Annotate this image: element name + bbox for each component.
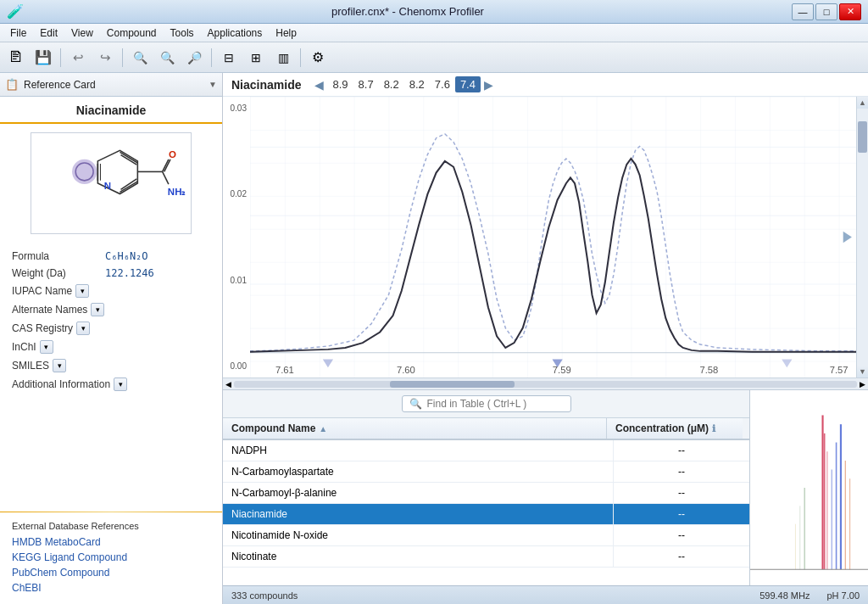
formula-row: Formula C₆H₆N₂O [12, 248, 210, 265]
menu-edit[interactable]: Edit [33, 25, 64, 41]
chart-container: 0.03 0.02 0.01 0.00 [223, 97, 868, 378]
cas-row[interactable]: CAS Registry ▾ [12, 319, 210, 338]
menu-tools[interactable]: Tools [164, 25, 201, 41]
nav-left-icon[interactable]: ◀ [311, 78, 327, 92]
minimize-button[interactable]: — [792, 3, 814, 20]
ppm-7-4[interactable]: 7.4 [455, 76, 481, 92]
find-button-2[interactable]: 🔍 [154, 46, 180, 70]
toolbar-separator-1 [60, 48, 61, 67]
spectrum-right-scrollbar: ▲ ▼ [856, 97, 868, 378]
spectrum-header: Niacinamide ◀ 8.9 8.7 8.2 8.2 7.6 7.4 ▶ [223, 73, 868, 97]
search-input[interactable] [427, 398, 564, 410]
window-title: profiler.cnx* - Chenomx Profiler [24, 5, 792, 18]
ppm-8-2-2[interactable]: 8.2 [404, 76, 430, 92]
scroll-up-arrow[interactable]: ▲ [857, 97, 868, 109]
table-row-nicotinate[interactable]: Nicotinate -- [223, 546, 749, 568]
compound-name: Niacinamide [0, 97, 222, 124]
find-button-1[interactable]: 🔍 [127, 46, 153, 70]
table-row-nicotinamide-n-oxide[interactable]: Nicotinamide N-oxide -- [223, 525, 749, 546]
panel-button-2[interactable]: ⊞ [243, 46, 269, 70]
scroll-thumb[interactable] [858, 121, 867, 152]
table-section: 🔍 Compound Name ▲ Concentration (μM) ℹ [223, 390, 749, 585]
td-name-carbamoylaspartate: N-Carbamoylaspartate [223, 461, 614, 482]
hmdb-link[interactable]: HMDB MetaboCard [12, 534, 210, 550]
svg-text:7.57: 7.57 [830, 365, 849, 375]
statusbar: 333 compounds 599.48 MHz pH 7.00 [223, 585, 868, 604]
menu-view[interactable]: View [64, 25, 100, 41]
spectrum-area: Niacinamide ◀ 8.9 8.7 8.2 8.2 7.6 7.4 ▶ … [223, 73, 868, 390]
th-compound-name[interactable]: Compound Name ▲ [223, 418, 607, 439]
table-row-carbamoyl-beta-alanine[interactable]: N-Carbamoyl-β-alanine -- [223, 483, 749, 504]
formula-label: Formula [12, 250, 105, 262]
info-icon[interactable]: ℹ [712, 423, 715, 434]
reference-card-header[interactable]: 📋 Reference Card ▼ [0, 73, 222, 97]
alt-names-label: Alternate Names [12, 304, 87, 316]
inchi-row[interactable]: InChI ▾ [12, 338, 210, 356]
pubchem-link[interactable]: PubChem Compound [12, 565, 210, 580]
kegg-link[interactable]: KEGG Ligand Compound [12, 550, 210, 565]
smiles-row[interactable]: SMILES ▾ [12, 356, 210, 375]
chebi-link[interactable]: ChEBI [12, 580, 210, 596]
table-row-carbamoylaspartate[interactable]: N-Carbamoylaspartate -- [223, 461, 749, 483]
molecule-svg: N O NH₂ [31, 133, 191, 233]
search-bar: 🔍 [223, 390, 749, 418]
hscroll-right-arrow[interactable]: ▶ [857, 380, 868, 389]
menu-file[interactable]: File [3, 25, 33, 41]
toolbar-separator-2 [122, 48, 123, 67]
add-info-expand-icon[interactable]: ▾ [114, 378, 127, 391]
ppm-8-7[interactable]: 8.7 [353, 76, 379, 92]
toolbar-separator-3 [211, 48, 212, 67]
cas-label: CAS Registry [12, 322, 73, 334]
y-label-top: 0.03 [226, 103, 247, 113]
hscroll-left-arrow[interactable]: ◀ [223, 380, 234, 389]
td-name-nicotinate: Nicotinate [223, 546, 614, 567]
inchi-expand-icon[interactable]: ▾ [40, 340, 53, 354]
td-conc-nadph: -- [614, 440, 749, 461]
find-button-3[interactable]: 🔎 [181, 46, 207, 70]
add-info-row[interactable]: Additional Information ▾ [12, 375, 210, 394]
alt-names-expand-icon[interactable]: ▾ [91, 303, 104, 316]
ppm-7-6[interactable]: 7.6 [430, 76, 455, 92]
menubar: File Edit View Compound Tools Applicatio… [0, 24, 868, 42]
panel-button-3[interactable]: ▥ [270, 46, 296, 70]
menu-help[interactable]: Help [269, 25, 303, 41]
panel-button-1[interactable]: ⊟ [216, 46, 242, 70]
toolbar-separator-4 [300, 48, 301, 67]
ph-display: pH 7.00 [826, 590, 860, 601]
right-area: Niacinamide ◀ 8.9 8.7 8.2 8.2 7.6 7.4 ▶ … [223, 73, 868, 604]
smiles-expand-icon[interactable]: ▾ [53, 359, 66, 372]
td-name-niacinamide: Niacinamide [223, 504, 614, 524]
external-references: External Database References HMDB Metabo… [0, 516, 222, 604]
spectrum-svg: 7.61 7.60 7.59 7.58 7.57 [250, 97, 856, 378]
alt-names-row[interactable]: Alternate Names ▾ [12, 300, 210, 319]
iupac-expand-icon[interactable]: ▾ [75, 284, 89, 298]
scroll-down-arrow[interactable]: ▼ [857, 366, 868, 378]
hscroll-thumb[interactable] [390, 381, 515, 388]
redo-button[interactable]: ↪ [92, 46, 118, 70]
menu-applications[interactable]: Applications [201, 25, 270, 41]
reference-card-arrow-icon: ▼ [209, 80, 217, 89]
iupac-label: IUPAC Name [12, 285, 72, 297]
svg-text:O: O [169, 149, 176, 159]
iupac-row[interactable]: IUPAC Name ▾ [12, 282, 210, 300]
mini-spectrum-svg [750, 390, 868, 585]
cas-expand-icon[interactable]: ▾ [76, 322, 90, 335]
td-conc-carbamoylaspartate: -- [614, 461, 749, 482]
save-button[interactable]: 💾 [31, 46, 56, 70]
table-row-nadph[interactable]: NADPH -- [223, 440, 749, 461]
new-button[interactable]: 🖹 [3, 46, 29, 70]
weight-label: Weight (Da) [12, 267, 105, 279]
td-name-nadph: NADPH [223, 440, 614, 461]
properties-section: Formula C₆H₆N₂O Weight (Da) 122.1246 IUP… [0, 243, 222, 508]
ppm-8-9[interactable]: 8.9 [327, 76, 353, 92]
nav-right-icon[interactable]: ▶ [481, 78, 497, 92]
table-row-niacinamide[interactable]: Niacinamide -- [223, 504, 749, 525]
ppm-8-2-1[interactable]: 8.2 [379, 76, 404, 92]
settings-button[interactable]: ⚙ [305, 46, 331, 70]
menu-compound[interactable]: Compound [100, 25, 164, 41]
th-conc-label: Concentration (μM) [615, 422, 709, 434]
close-button[interactable]: ✕ [839, 3, 861, 20]
frequency-display: 599.48 MHz [760, 590, 810, 601]
maximize-button[interactable]: □ [815, 3, 837, 20]
undo-button[interactable]: ↩ [65, 46, 91, 70]
